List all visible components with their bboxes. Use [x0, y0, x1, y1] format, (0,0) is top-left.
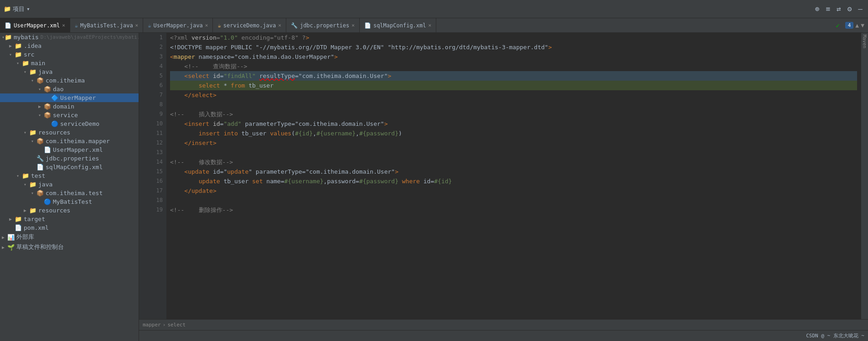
add-icon[interactable]: ⊕	[813, 4, 822, 14]
package-icon-mapper: 📦	[36, 138, 44, 145]
test-folder-icon: 📁	[22, 172, 29, 179]
tree-arrow-service: ▾	[38, 113, 44, 118]
sidebar-label-idea: .idea	[24, 42, 41, 49]
code-line-19: <!-- 删除操作-->	[170, 205, 857, 215]
sidebar-item-resources[interactable]: ▾ 📁 resources	[0, 128, 139, 137]
sidebar-item-ext-libs[interactable]: ▶ 📊 外部库	[0, 232, 139, 242]
sidebar-item-sqlmapconfig-xml[interactable]: 📄 sqlMapConfig.xml	[0, 163, 139, 171]
sidebar-item-pom-xml[interactable]: 📄 pom.xml	[0, 223, 139, 232]
sidebar-item-src[interactable]: ▾ 📁 src	[0, 50, 139, 59]
code-line-12: </insert>	[170, 138, 857, 148]
sidebar-item-mybatistest[interactable]: 🔵 MyBatisTest	[0, 197, 139, 206]
status-right: CSDN @ ~ 东北大呲花 ~	[806, 332, 864, 339]
sidebar-label-pom-xml: pom.xml	[24, 224, 49, 231]
sidebar-item-scratch[interactable]: ▶ 🌱 草稿文件和控制台	[0, 242, 139, 252]
tab-servicedemo-java[interactable]: ☕ serviceDemo.java ✕	[213, 18, 286, 32]
counter-up[interactable]: ▲	[855, 22, 859, 29]
sidebar: ▾ 📁 mybatis D:\javaweb\javaEEProjects\my…	[0, 33, 139, 341]
top-icons: ⊕ ≡ ⇄ ⚙ —	[813, 4, 864, 14]
sidebar-item-target[interactable]: ▶ 📁 target	[0, 215, 139, 223]
tab-icon-usermapper-xml: 📄	[5, 22, 11, 29]
properties-icon-jdbc: 🔧	[36, 155, 44, 162]
breadcrumb-mapper[interactable]: mapper	[143, 322, 161, 328]
sidebar-item-service[interactable]: ▾ 📦 service	[0, 111, 139, 119]
sidebar-label-src: src	[24, 51, 34, 58]
sidebar-label-com-itheima-test: com.itheima.test	[46, 190, 103, 196]
line-numbers: 12345678910111213141516171819	[139, 33, 166, 215]
sidebar-item-com-itheima-test[interactable]: ▾ 📦 com.itheima.test	[0, 189, 139, 197]
counter-down[interactable]: ▼	[861, 22, 864, 29]
tab-icon-usermapper-java: ☕	[148, 22, 151, 29]
tab-close-usermapper-java[interactable]: ✕	[205, 22, 208, 28]
code-editor[interactable]: 12345678910111213141516171819 <?xml vers…	[139, 33, 868, 319]
xml-icon-usermapper: 📄	[44, 146, 51, 153]
tab-close-mybatistest[interactable]: ✕	[135, 22, 139, 28]
sidebar-item-test[interactable]: ▾ 📁 test	[0, 171, 139, 180]
tab-usermapper-xml[interactable]: 📄 UserMapper.xml ✕	[0, 18, 70, 32]
sidebar-item-java[interactable]: ▾ 📁 java	[0, 67, 139, 76]
tab-jdbc-properties[interactable]: 🔧 jdbc.properties ✕	[286, 18, 360, 32]
tab-sqlmapconfig-xml[interactable]: 📄 sqlMapConfig.xml ✕	[360, 18, 436, 32]
tab-close-sqlmapconfig[interactable]: ✕	[429, 22, 432, 28]
sidebar-item-test-resources[interactable]: ▶ 📁 resources	[0, 206, 139, 215]
tab-close-servicedemo[interactable]: ✕	[278, 22, 281, 28]
tab-label-servicedemo: serviceDemo.java	[223, 22, 276, 29]
code-line-13	[170, 148, 857, 157]
tab-usermapper-java[interactable]: ☕ UserMapper.java ✕	[143, 18, 213, 32]
code-line-15: <update id="update" parameterType="com.i…	[170, 167, 857, 176]
breadcrumb-bar: mapper › select	[139, 319, 868, 330]
sidebar-item-servicedemo[interactable]: 🔵 serviceDemo	[0, 119, 139, 128]
line-gutter: 12345678910111213141516171819	[139, 33, 166, 319]
sidebar-item-usermapper-xml[interactable]: 📄 UserMapper.xml	[0, 145, 139, 154]
project-label[interactable]: 📁 项目 ▾	[4, 5, 30, 13]
ext-libs-icon: 📊	[7, 234, 15, 241]
tree-arrow-idea: ▶	[9, 43, 15, 48]
tab-close-usermapper-xml[interactable]: ✕	[62, 22, 65, 28]
src-folder-icon: 📁	[15, 51, 22, 58]
sidebar-item-idea[interactable]: ▶ 📁 .idea	[0, 41, 139, 50]
list-icon[interactable]: ≡	[824, 4, 832, 14]
sidebar-item-main[interactable]: ▾ 📁 main	[0, 59, 139, 67]
tab-label-usermapper-xml: UserMapper.xml	[14, 22, 60, 29]
project-folder-icon: 📁	[5, 34, 12, 41]
code-line-5: <select id="findAll" resultType="com.ith…	[170, 71, 857, 81]
sidebar-label-usermapper: UserMapper	[60, 94, 96, 101]
tab-label-usermapper-java: UserMapper.java	[153, 22, 202, 29]
class-icon-mybatistest: 🔵	[44, 198, 51, 205]
settings-icon[interactable]: ⚙	[846, 4, 854, 14]
sidebar-label-mapper-pkg: com.itheima.mapper	[46, 138, 110, 145]
tree-arrow-com-itheima-test: ▾	[31, 191, 36, 196]
sidebar-item-domain[interactable]: ▶ 📦 domain	[0, 102, 139, 111]
sidebar-item-com-itheima-mapper[interactable]: ▾ 📦 com.itheima.mapper	[0, 137, 139, 145]
main-content: ▾ 📁 mybatis D:\javaweb\javaEEProjects\my…	[0, 33, 868, 341]
tree-arrow-dao: ▾	[38, 87, 44, 92]
tab-icon-jdbc: 🔧	[291, 22, 298, 29]
package-icon-com-itheima: 📦	[36, 77, 44, 84]
sidebar-label-servicedemo: serviceDemo	[60, 120, 99, 127]
sidebar-item-jdbc-properties[interactable]: 🔧 jdbc.properties	[0, 154, 139, 163]
sidebar-item-test-java[interactable]: ▾ 📁 java	[0, 180, 139, 189]
tree-arrow-mapper-pkg: ▾	[31, 139, 36, 144]
switch-icon[interactable]: ⇄	[835, 4, 843, 14]
sidebar-label-service: service	[53, 112, 78, 119]
tree-arrow-scratch: ▶	[2, 245, 7, 250]
xml-icon-sqlmapconfig: 📄	[36, 164, 44, 170]
code-content[interactable]: <?xml version="1.0" encoding="utf-8" ?><…	[166, 33, 861, 319]
check-icon: ✓	[836, 22, 839, 29]
code-line-16: update tb_user set name=#{username},pass…	[170, 176, 857, 186]
breadcrumb-select[interactable]: select	[167, 322, 186, 328]
sidebar-item-mybatis[interactable]: ▾ 📁 mybatis D:\javaweb\javaEEProjects\my…	[0, 33, 139, 41]
tab-close-jdbc[interactable]: ✕	[351, 22, 355, 28]
sidebar-item-dao[interactable]: ▾ 📦 dao	[0, 85, 139, 93]
minimize-icon[interactable]: —	[856, 4, 864, 14]
tab-label-jdbc: jdbc.properties	[300, 22, 349, 29]
tab-mybatistest-java[interactable]: ☕ MyBatisTest.java ✕	[70, 18, 143, 32]
maven-label[interactable]: Maven	[862, 33, 867, 50]
sidebar-label-ext-libs: 外部库	[16, 233, 34, 241]
tree-arrow-target: ▶	[9, 217, 15, 222]
tree-arrow-src: ▾	[9, 52, 15, 57]
package-icon-domain: 📦	[44, 103, 51, 110]
code-line-9: <!-- 插入数据-->	[170, 109, 857, 119]
sidebar-item-usermapper[interactable]: 🔷 UserMapper	[0, 93, 139, 102]
sidebar-item-com-itheima[interactable]: ▾ 📦 com.itheima	[0, 76, 139, 85]
